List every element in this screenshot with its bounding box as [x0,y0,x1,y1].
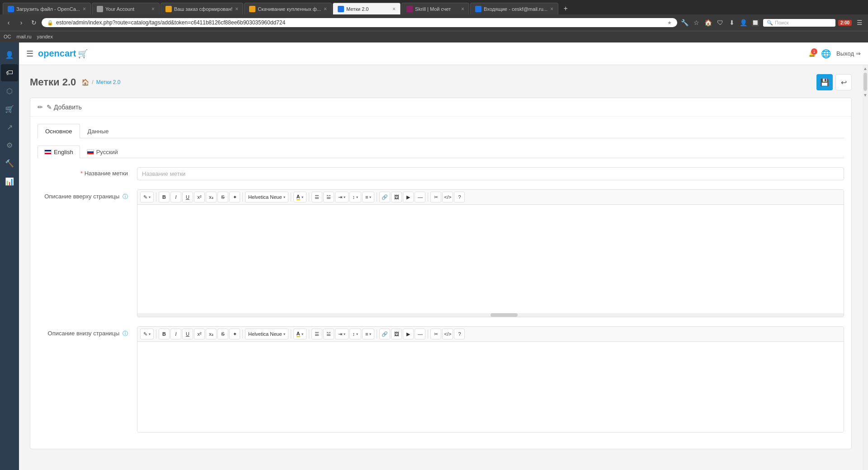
browser-tab-5[interactable]: Метки 2.0 × [333,3,401,14]
bookmark-mailru[interactable]: mail.ru [17,34,32,39]
lineheight-dropdown-b[interactable]: ↕ ▾ [349,329,362,339]
editor-bottom-area[interactable] [137,342,844,432]
superscript-button-b[interactable]: x² [194,329,205,339]
refresh-button[interactable]: ↻ [29,18,39,28]
indent-dropdown[interactable]: ⇥ ▾ [335,192,349,202]
lang-tab-ru[interactable]: Русский [80,146,125,158]
sidebar-item-reports[interactable]: 📊 [1,173,18,190]
notification-button[interactable]: 🔔 1 [808,50,816,57]
lang-tab-en[interactable]: English [38,146,80,158]
underline-button-b[interactable]: U [182,329,193,339]
browser-tab-7[interactable]: Входящие - ceskf@mail.ru... × [470,3,558,14]
lineheight-dropdown[interactable]: ↕ ▾ [349,192,362,202]
download-icon[interactable]: ⬇ [727,18,737,28]
home-icon[interactable]: 🏠 [703,18,713,28]
cut-button[interactable]: ✂ [430,192,441,202]
ol-button-b[interactable]: ☱ [323,329,334,339]
vertical-scrollbar[interactable]: ▲ ▼ [863,65,868,470]
sidebar-item-customers[interactable]: 👤 [1,46,18,63]
sidebar-item-catalog[interactable]: 🛒 [1,100,18,118]
cut-button-b[interactable]: ✂ [430,329,441,339]
tab-close-4[interactable]: × [324,6,327,12]
menu-icon[interactable]: ☰ [854,18,864,28]
home-breadcrumb-icon[interactable]: 🏠 [81,79,89,86]
new-tab-button[interactable]: + [559,3,572,14]
back-button[interactable]: ‹ [4,18,14,28]
image-button-b[interactable]: 🖼 [391,329,402,339]
wrench-icon[interactable]: 🔧 [680,18,690,28]
align-dropdown[interactable]: ≡ ▾ [362,192,374,202]
style-dropdown-b[interactable]: ✎ ▾ [140,329,154,339]
ol-button[interactable]: ☱ [323,192,334,202]
ul-button[interactable]: ☰ [311,192,322,202]
bookmark-oc[interactable]: ОС [4,34,11,39]
browser-tab-4[interactable]: Скачивание купленных ф... × [244,3,332,14]
tab-close-5[interactable]: × [392,6,396,12]
bold-button[interactable]: B [159,192,170,202]
tab-close-2[interactable]: × [151,6,155,12]
tab-data[interactable]: Данные [80,124,117,138]
description-top-info-icon[interactable]: ⓘ [123,193,128,200]
help-button[interactable]: ? [454,192,465,202]
video-button-b[interactable]: ▶ [403,329,414,339]
description-bottom-info-icon[interactable]: ⓘ [123,330,128,337]
style-dropdown[interactable]: ✎ ▾ [140,192,154,202]
back-button-page[interactable]: ↩ [835,74,852,90]
tab-close-6[interactable]: × [461,6,464,12]
breadcrumb-current[interactable]: Метки 2.0 [96,79,121,85]
code-button[interactable]: </> [442,192,453,202]
hr-button-b[interactable]: — [415,329,425,339]
editor-top-area[interactable] [137,205,844,313]
url-bar[interactable]: 🔒 estore/admin/index.php?route=catalog/t… [42,18,677,27]
font-dropdown-b[interactable]: Helvetica Neue ▾ [245,329,288,339]
code-button-b[interactable]: </> [442,329,453,339]
scrollbar-thumb-v[interactable] [863,73,867,91]
subscript-button-b[interactable]: x₂ [206,329,217,339]
image-button[interactable]: 🖼 [391,192,402,202]
underline-button[interactable]: U [182,192,193,202]
extension-icon[interactable]: 🔲 [750,18,760,28]
shield-icon[interactable]: 🛡 [715,18,725,28]
logout-button[interactable]: Выход ⇒ [836,50,861,57]
editor-top-scrollbar[interactable] [137,313,844,317]
sidebar-item-share[interactable]: ↗ [1,118,18,136]
scrollbar-up[interactable]: ▲ [863,66,868,71]
link-button-b[interactable]: 🔗 [379,329,390,339]
avatar-icon[interactable]: 👤 [739,18,749,28]
save-button[interactable]: 💾 [816,74,833,90]
language-button[interactable]: 🌐 [821,49,831,59]
tab-close-3[interactable]: × [235,6,238,12]
forward-button[interactable]: › [16,18,26,28]
video-button[interactable]: ▶ [403,192,414,202]
color-dropdown-b[interactable]: A ▾ [293,329,307,339]
strikethrough-button-b[interactable]: S [217,329,228,339]
browser-tab-3[interactable]: Ваш заказ сформирован! × [160,3,243,14]
align-dropdown-b[interactable]: ≡ ▾ [362,329,374,339]
tag-name-input[interactable] [137,167,844,180]
strikethrough-button[interactable]: S [217,192,228,202]
tab-close-1[interactable]: × [83,6,86,12]
subscript-button[interactable]: x₂ [206,192,217,202]
bookmark-yandex[interactable]: yandex [37,34,53,39]
sidebar-item-extensions[interactable]: ⬡ [1,82,18,99]
scrollbar-down[interactable]: ▼ [863,93,868,98]
sidebar-item-tags[interactable]: 🏷 [1,64,18,81]
sidebar-item-settings[interactable]: ⚙ [1,136,18,154]
eraser-button-b[interactable]: ✦ [229,329,240,339]
hamburger-button[interactable]: ☰ [26,49,33,59]
tab-close-7[interactable]: × [550,6,553,12]
tab-basic[interactable]: Основное [38,124,80,138]
italic-button[interactable]: I [170,192,181,202]
italic-button-b[interactable]: I [170,329,181,339]
indent-dropdown-b[interactable]: ⇥ ▾ [335,329,349,339]
sidebar-item-tools[interactable]: 🔨 [1,155,18,172]
star-icon[interactable]: ☆ [692,18,702,28]
browser-tab-2[interactable]: Your Account × [92,3,160,14]
eraser-button[interactable]: ✦ [229,192,240,202]
font-dropdown[interactable]: Helvetica Neue ▾ [245,192,288,202]
ul-button-b[interactable]: ☰ [311,329,322,339]
browser-tab-6[interactable]: Skrill | Мой счет × [401,3,469,14]
browser-tab-1[interactable]: Загрузить файл - OpenCa... × [3,3,91,14]
help-button-b[interactable]: ? [454,329,465,339]
hr-button[interactable]: — [415,192,425,202]
